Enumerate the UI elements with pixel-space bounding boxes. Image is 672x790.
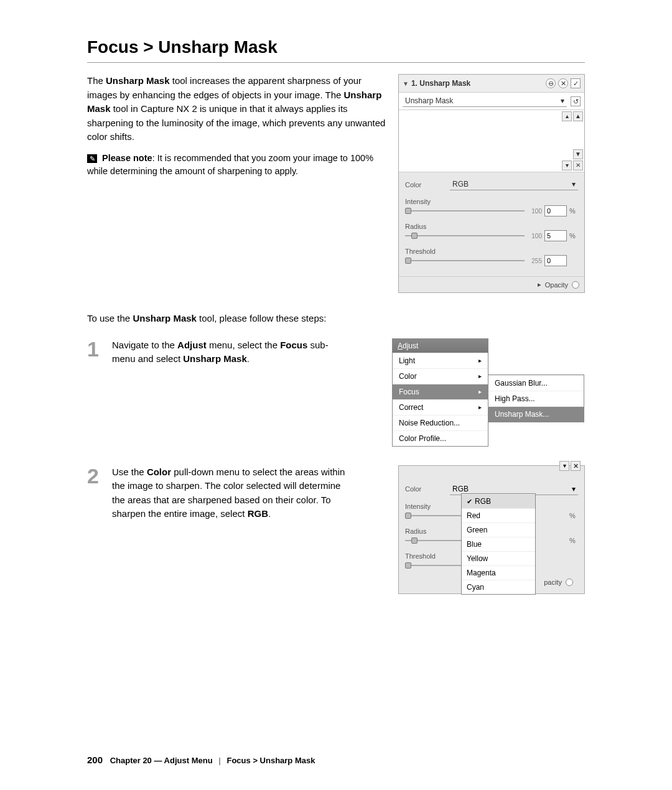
submenu-highpass[interactable]: High Pass... xyxy=(488,391,584,406)
menu-item-focus[interactable]: Focus▸ xyxy=(393,384,488,399)
color-option-green[interactable]: Green xyxy=(462,523,535,537)
opacity-radio[interactable] xyxy=(566,579,573,586)
threshold-input[interactable] xyxy=(544,255,567,266)
chapter-label: Chapter 20 — Adjust Menu xyxy=(110,756,213,765)
color-option-red[interactable]: Red xyxy=(462,508,535,523)
move-up-icon[interactable]: ▲ xyxy=(573,111,583,121)
menu-item-correct[interactable]: Correct▸ xyxy=(393,399,488,415)
intensity-label: Intensity xyxy=(405,198,578,205)
color-dropdown[interactable]: RGB▾ xyxy=(450,179,578,190)
adjust-menu-figure: Adjust Light▸ Color▸ Focus▸ Correct▸ Noi… xyxy=(392,338,585,447)
chevron-down-icon: ▾ xyxy=(572,485,576,493)
preview-list: ▴ ▲ ▼ ▾ ✕ xyxy=(399,110,584,172)
color-option-cyan[interactable]: Cyan xyxy=(462,580,535,594)
move-down-icon[interactable]: ▼ xyxy=(573,149,583,159)
opacity-label: Opacity xyxy=(545,281,568,289)
threshold-label: Threshold xyxy=(405,248,578,255)
color-label: Color xyxy=(405,181,442,188)
color-dropdown-panel: ▾ ✕ Color RGB▾ Intensity % Radius % xyxy=(398,465,585,594)
page-title: Focus > Unsharp Mask xyxy=(87,37,585,57)
threshold-slider[interactable] xyxy=(405,260,525,261)
reset-icon[interactable]: ↺ xyxy=(571,96,581,106)
step1-text: Navigate to the Adjust menu, select the … xyxy=(112,338,348,366)
delete-icon[interactable]: ✕ xyxy=(573,160,583,170)
steps-intro: To use the Unsharp Mask tool, please fol… xyxy=(87,312,585,326)
color-option-magenta[interactable]: Magenta xyxy=(462,565,535,580)
check-icon[interactable]: ✓ xyxy=(571,78,581,88)
scroll-up-icon[interactable]: ▴ xyxy=(562,111,572,121)
color-option-blue[interactable]: Blue xyxy=(462,537,535,551)
intro-paragraph: The Unsharp Mask tool increases the appa… xyxy=(87,74,386,144)
color-option-yellow[interactable]: Yellow xyxy=(462,551,535,565)
color-option-rgb[interactable]: ✔RGB xyxy=(462,494,535,508)
step2-text: Use the Color pull-down menu to select t… xyxy=(112,465,348,521)
color-options-list: ✔RGB Red Green Blue Yellow Magenta Cyan xyxy=(461,493,536,595)
close-icon[interactable]: ✕ xyxy=(558,78,568,88)
scroll-down-icon[interactable]: ▾ xyxy=(562,160,572,170)
panel-title: 1. Unsharp Mask xyxy=(411,79,470,88)
radius-label: Radius xyxy=(405,223,578,230)
intensity-input[interactable] xyxy=(544,205,567,216)
submenu-gaussian[interactable]: Gaussian Blur... xyxy=(488,375,584,391)
menu-item-noise[interactable]: Noise Reduction... xyxy=(393,415,488,430)
page-number: 200 xyxy=(87,755,103,765)
step-number: 1 xyxy=(87,338,103,360)
menu-item-light[interactable]: Light▸ xyxy=(393,353,488,368)
page-footer: 200 Chapter 20 — Adjust Menu | Focus > U… xyxy=(87,755,315,765)
menu-item-color[interactable]: Color▸ xyxy=(393,368,488,384)
note-box: ✎ Please note: It is recommended that yo… xyxy=(87,152,386,179)
opacity-label: pacity xyxy=(544,579,562,586)
radius-input[interactable] xyxy=(544,230,567,241)
chevron-down-icon: ▾ xyxy=(572,180,576,188)
title-divider xyxy=(87,62,585,63)
unsharp-mask-panel: ▼1. Unsharp Mask ⊖ ✕ ✓ Unsharp Mask▾ ↺ ▴… xyxy=(398,74,585,293)
scroll-down-icon[interactable]: ▾ xyxy=(559,461,569,471)
delete-icon[interactable]: ✕ xyxy=(571,461,581,471)
disclosure-triangle-icon[interactable]: ▼ xyxy=(403,80,409,87)
color-label: Color xyxy=(405,485,442,493)
breadcrumb: Focus > Unsharp Mask xyxy=(226,756,315,765)
menu-title[interactable]: Adjust xyxy=(393,339,488,353)
submenu-unsharp[interactable]: Unsharp Mask... xyxy=(488,406,584,422)
opacity-expand-icon[interactable]: ▸ xyxy=(538,281,541,289)
opacity-radio[interactable] xyxy=(572,281,579,289)
pencil-icon: ✎ xyxy=(87,154,97,163)
step-number: 2 xyxy=(87,465,103,486)
radius-slider[interactable] xyxy=(405,235,525,236)
effect-dropdown[interactable]: Unsharp Mask▾ xyxy=(403,95,567,107)
chevron-down-icon: ▾ xyxy=(561,96,564,105)
menu-item-profile[interactable]: Color Profile... xyxy=(393,430,488,446)
link-icon[interactable]: ⊖ xyxy=(546,78,556,88)
intensity-slider[interactable] xyxy=(405,210,525,211)
